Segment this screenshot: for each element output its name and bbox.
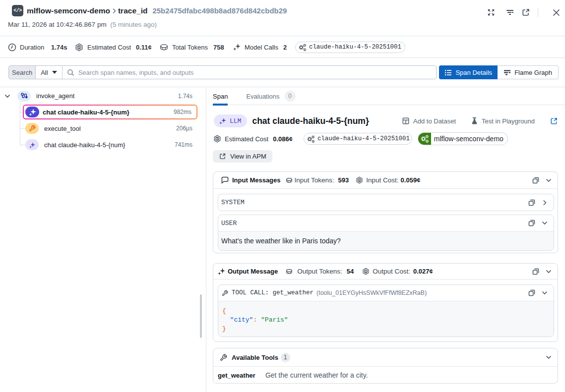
- svg-text:$: $: [216, 137, 218, 141]
- svg-text:$: $: [78, 45, 80, 49]
